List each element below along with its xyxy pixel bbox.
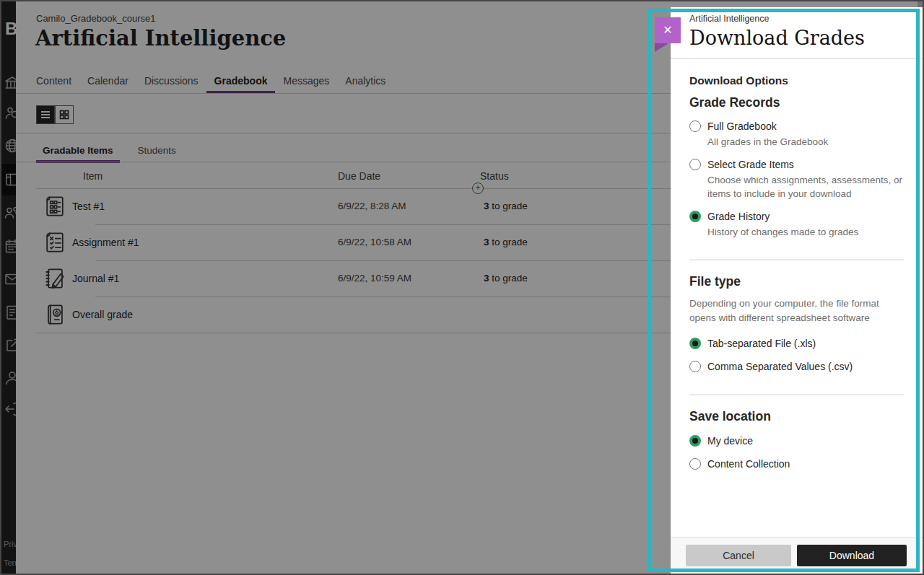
download-button[interactable]: Download: [797, 545, 907, 566]
file-type-description: Depending on your computer, the file for…: [689, 297, 904, 325]
radio-option-full-gradebook[interactable]: Full Gradebook All grades in the Gradebo…: [689, 120, 904, 149]
radio-button[interactable]: [689, 458, 701, 470]
radio-option-select-grade-items[interactable]: Select Grade Items Choose which assignme…: [689, 158, 904, 201]
cancel-button[interactable]: Cancel: [686, 545, 791, 566]
radio-button[interactable]: [689, 120, 701, 132]
radio-option-xls[interactable]: Tab-separated File (.xls): [689, 337, 904, 351]
panel-title: Download Grades: [689, 27, 905, 49]
download-grades-panel: ✕ Artificial Intelligence Download Grade…: [671, 7, 923, 574]
radio-button-selected[interactable]: [689, 435, 701, 447]
app-screen: B Priva: [0, 0, 924, 575]
radio-option-my-device[interactable]: My device: [689, 434, 904, 448]
file-type-heading: File type: [689, 274, 904, 289]
panel-header: Artificial Intelligence Download Grades: [671, 7, 923, 59]
panel-footer: Cancel Download: [671, 537, 923, 574]
download-options-heading: Download Options: [689, 74, 904, 87]
section-divider: [689, 394, 904, 395]
panel-body: Download Options Grade Records Full Grad…: [671, 59, 923, 471]
radio-button-selected[interactable]: [689, 338, 701, 349]
close-button-fold: [655, 43, 668, 52]
radio-button-selected[interactable]: [689, 211, 701, 222]
section-divider: [689, 259, 904, 260]
radio-option-grade-history[interactable]: Grade History History of changes made to…: [689, 210, 904, 239]
close-icon[interactable]: ✕: [655, 17, 681, 43]
radio-option-content-collection[interactable]: Content Collection: [689, 457, 904, 471]
radio-button[interactable]: [689, 361, 701, 372]
grade-records-heading: Grade Records: [689, 95, 904, 110]
panel-context-title: Artificial Intelligence: [689, 14, 905, 24]
save-location-heading: Save location: [689, 409, 904, 424]
radio-button[interactable]: [689, 159, 701, 170]
radio-option-csv[interactable]: Comma Separated Values (.csv): [689, 360, 904, 374]
